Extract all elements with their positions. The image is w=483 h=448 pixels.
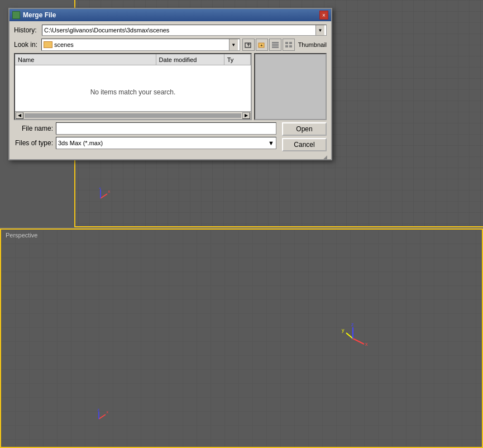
filetype-arrow: ▼ [268, 140, 274, 146]
dialog-title-icon [12, 11, 20, 19]
thumbnail-panel [254, 53, 327, 120]
history-label: History: [14, 26, 39, 34]
new-folder-button[interactable]: + [256, 39, 268, 51]
bottom-form: File name: Files of type: 3ds Max (*.max… [14, 122, 327, 151]
merge-file-dialog: Merge File × History: C:\Users\glivanos\… [8, 8, 332, 160]
thumbnail-label: Thumbnail [298, 41, 327, 48]
svg-text:z: z [98, 408, 100, 412]
lookin-combo-arrow[interactable]: ▼ [229, 39, 238, 50]
svg-text:+: + [260, 43, 263, 48]
detail-view-icon [285, 41, 293, 49]
folder-icon [44, 41, 52, 48]
dialog-content: History: C:\Users\glivanos\Documents\3ds… [9, 21, 331, 155]
svg-line-0 [101, 194, 107, 198]
dialog-title-text: Merge File [12, 11, 56, 19]
scroll-track[interactable] [25, 113, 241, 118]
file-form-fields: File name: Files of type: 3ds Max (*.max… [14, 122, 276, 151]
cancel-button[interactable]: Cancel [282, 138, 327, 151]
axis-gizmo-top: x z [89, 187, 112, 209]
viewport-bottom[interactable]: Perspective x y z [0, 228, 483, 448]
scroll-left-button[interactable]: ◀ [16, 112, 23, 119]
dialog-close-button[interactable]: × [319, 11, 328, 20]
dialog-title-label: Merge File [23, 11, 56, 19]
nav-up-button[interactable] [242, 39, 255, 51]
filetype-label: Files of type: [14, 139, 53, 147]
lookin-toolbar: + [242, 39, 327, 51]
history-combo[interactable]: C:\Users\glivanos\Documents\3dsmax\scene… [42, 25, 327, 36]
svg-rect-43 [285, 45, 288, 47]
lookin-value: scenes [54, 41, 227, 48]
no-items-text: No items match your search. [90, 88, 176, 96]
action-buttons: Open Cancel [282, 122, 327, 151]
history-row: History: C:\Users\glivanos\Documents\3ds… [14, 25, 327, 36]
svg-rect-38 [272, 42, 279, 44]
svg-text:x: x [108, 189, 111, 194]
svg-text:y: y [342, 327, 345, 333]
lookin-label: Look in: [14, 41, 39, 49]
viewport-perspective-label: Perspective [6, 232, 37, 239]
list-view-button[interactable] [269, 39, 281, 51]
lookin-row: Look in: scenes ▼ [14, 39, 327, 51]
viewport-grid-bottom: Perspective x y z [1, 230, 482, 447]
svg-text:z: z [99, 187, 102, 190]
svg-rect-44 [289, 45, 292, 47]
history-value: C:\Users\glivanos\Documents\3dsmax\scene… [44, 27, 169, 34]
file-list[interactable]: Name Date modified Ty No items match you… [14, 53, 252, 120]
svg-text:x: x [107, 409, 109, 414]
file-list-area: Name Date modified Ty No items match you… [14, 53, 327, 120]
up-folder-icon [245, 41, 252, 49]
dialog-footer: ◢ [9, 155, 331, 159]
filename-row: File name: [14, 122, 276, 135]
lookin-combo[interactable]: scenes ▼ [41, 39, 240, 51]
svg-rect-40 [272, 46, 279, 48]
scroll-right-button[interactable]: ▶ [242, 112, 250, 119]
svg-text:x: x [365, 341, 368, 347]
axis-gizmo-center: x y z [336, 322, 370, 355]
horizontal-scrollbar[interactable]: ◀ ▶ [15, 111, 251, 119]
app-background: LEFT x z Perspective [0, 0, 483, 448]
svg-line-10 [346, 333, 353, 339]
svg-rect-41 [285, 42, 288, 44]
filename-input[interactable] [56, 122, 276, 135]
filename-label: File name: [14, 125, 53, 132]
svg-rect-42 [289, 42, 292, 44]
filetype-value: 3ds Max (*.max) [58, 140, 103, 146]
open-button[interactable]: Open [282, 122, 327, 136]
filetype-select[interactable]: 3ds Max (*.max) ▼ [56, 137, 276, 149]
axis-gizmo-bottom-left: x z [88, 408, 110, 430]
new-folder-icon: + [258, 41, 266, 49]
svg-rect-39 [272, 44, 279, 46]
col-header-name[interactable]: Name [15, 54, 156, 65]
file-list-header: Name Date modified Ty [15, 54, 251, 65]
col-header-type[interactable]: Ty [224, 54, 251, 65]
list-view-icon [271, 41, 279, 49]
col-header-date[interactable]: Date modified [156, 54, 224, 65]
svg-line-8 [353, 339, 364, 344]
svg-text:z: z [351, 322, 354, 327]
svg-line-14 [99, 414, 106, 419]
dialog-title-bar: Merge File × [9, 9, 331, 21]
detail-view-button[interactable] [283, 39, 295, 51]
resize-grip[interactable]: ◢ [323, 154, 329, 160]
history-combo-arrow[interactable]: ▼ [315, 25, 324, 35]
filetype-row: Files of type: 3ds Max (*.max) ▼ [14, 137, 276, 149]
